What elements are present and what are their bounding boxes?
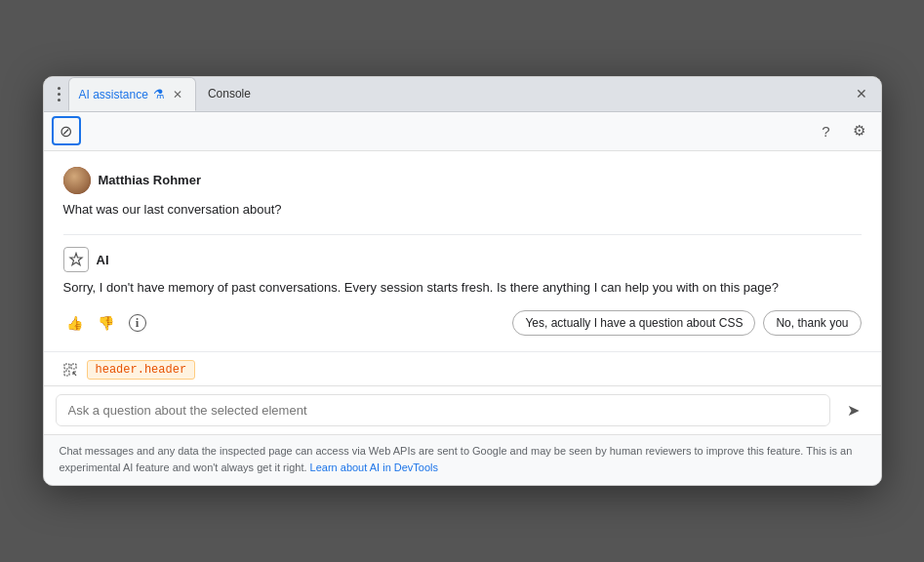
user-name: Matthias Rohmer <box>99 173 201 187</box>
avatar <box>63 167 91 194</box>
footer-link[interactable]: Learn about AI in DevTools <box>310 462 438 473</box>
svg-rect-1 <box>71 364 76 369</box>
user-message-text: What was our last conversation about? <box>63 200 862 220</box>
suggestion-css-button[interactable]: Yes, actually I have a question about CS… <box>512 310 755 336</box>
thumbs-down-button[interactable]: 👎 <box>95 311 118 335</box>
user-message: Matthias Rohmer What was our last conver… <box>63 167 862 220</box>
tab-label: AI assistance <box>79 88 148 101</box>
user-header: Matthias Rohmer <box>63 167 862 194</box>
send-icon: ➤ <box>847 401 860 420</box>
thumbs-up-button[interactable]: 👍 <box>63 311 87 335</box>
tab-close-button[interactable]: ✕ <box>170 87 185 102</box>
svg-rect-0 <box>64 364 69 369</box>
tab-console[interactable]: Console <box>198 77 261 111</box>
thumbs-up-icon: 👍 <box>66 315 83 331</box>
element-select-icon <box>63 361 79 378</box>
thumbs-down-icon: 👎 <box>98 315 114 331</box>
settings-button[interactable]: ⚙ <box>846 117 873 144</box>
send-button[interactable]: ➤ <box>838 395 869 426</box>
svg-rect-2 <box>64 371 69 376</box>
chat-area: Matthias Rohmer What was our last conver… <box>44 151 881 351</box>
more-tabs-button[interactable] <box>52 83 66 105</box>
element-selector-row: header.header <box>44 351 881 385</box>
devtools-window: AI assistance ⚗ ✕ Console ✕ ⊘ ? ⚙ <box>43 76 882 486</box>
gear-icon: ⚙ <box>853 122 865 140</box>
avatar-face <box>63 167 91 194</box>
element-selector-badge: header.header <box>87 360 196 380</box>
devtools-close-button[interactable]: ✕ <box>850 82 873 105</box>
tab-ai-assistance[interactable]: AI assistance ⚗ ✕ <box>68 77 196 111</box>
feedback-row: 👍 👎 i Yes, actually I have a question ab… <box>63 310 862 336</box>
tab-label: Console <box>208 87 251 100</box>
info-icon: i <box>129 314 146 332</box>
toolbar: ⊘ ? ⚙ <box>44 112 881 151</box>
message-divider <box>63 234 862 235</box>
clear-chat-button[interactable]: ⊘ <box>52 116 81 145</box>
tab-bar: AI assistance ⚗ ✕ Console ✕ <box>44 77 881 112</box>
ai-message: AI Sorry, I don't have memory of past co… <box>63 247 862 299</box>
ai-avatar-icon <box>63 247 89 272</box>
chat-input[interactable] <box>56 394 830 426</box>
ai-header: AI <box>63 247 862 272</box>
suggestion-no-button[interactable]: No, thank you <box>763 310 861 336</box>
help-button[interactable]: ? <box>813 117 840 144</box>
footer-text: Chat messages and any data the inspected… <box>60 445 853 473</box>
input-row: ➤ <box>44 385 881 435</box>
ai-message-text: Sorry, I don't have memory of past conve… <box>63 278 862 299</box>
help-icon: ? <box>822 123 829 140</box>
info-button[interactable]: i <box>126 311 149 335</box>
clear-icon: ⊘ <box>60 122 72 140</box>
footer: Chat messages and any data the inspected… <box>44 435 881 485</box>
ai-label: AI <box>97 253 109 267</box>
flask-icon: ⚗ <box>153 87 165 101</box>
